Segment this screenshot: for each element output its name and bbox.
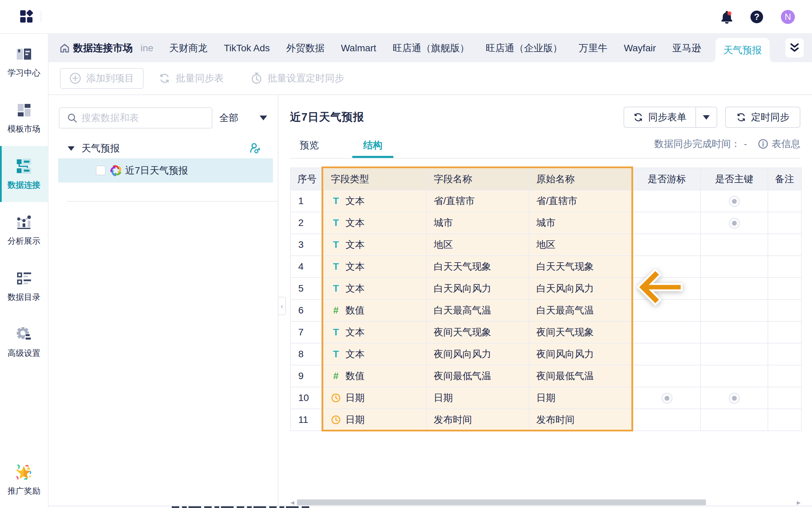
advanced-settings-icon — [15, 326, 32, 343]
nav-tab-天气预报[interactable]: 天气预报 — [716, 38, 770, 62]
column-header-备注: 备注 — [768, 168, 801, 190]
cell-cursor — [633, 299, 700, 321]
cell-field-type: T文本 — [324, 256, 427, 278]
cell-primary-key — [700, 365, 768, 387]
batch-toolbar: 添加到项目 批量同步表 批量设置定时同步 — [49, 62, 812, 95]
cell-cursor — [633, 212, 700, 234]
help-button[interactable]: ? — [750, 11, 763, 23]
cell-field-name: 白天天气现象 — [427, 256, 529, 278]
auth-key-icon[interactable] — [250, 143, 260, 154]
sidebar-item-learning-center[interactable]: 学习中心 — [0, 34, 48, 90]
cursor-radio[interactable] — [662, 393, 672, 404]
scope-select-value: 全部 — [219, 111, 238, 124]
add-to-project-button[interactable]: 添加到项目 — [60, 68, 144, 89]
sidebar-item-analysis-display[interactable]: 分析展示 — [0, 202, 48, 258]
nav-tab-亚马逊[interactable]: 亚马逊 — [664, 42, 709, 55]
sidebar-item-advanced-settings[interactable]: 高级设置 — [0, 314, 48, 370]
pk-radio[interactable] — [729, 393, 740, 404]
tabs-expand-button[interactable] — [785, 38, 804, 57]
cell-cursor — [633, 278, 700, 299]
table-row-11: 11 日期发布时间发布时间 — [290, 409, 801, 431]
date-type-icon — [331, 415, 341, 425]
sidebar-item-label: 分析展示 — [8, 236, 40, 246]
tab-preview[interactable]: 预览 — [290, 133, 328, 158]
info-icon — [758, 139, 768, 149]
cell-field-type: #数值 — [324, 299, 427, 321]
sync-form-split-button: 同步表单 — [624, 107, 717, 128]
cell-no: 3 — [290, 234, 324, 256]
cell-field-type: #数值 — [324, 365, 427, 387]
batch-schedule-label: 批量设置定时同步 — [267, 72, 344, 85]
app-logo-icon[interactable] — [20, 10, 33, 23]
tab-structure-label: 结构 — [363, 139, 382, 152]
sync-form-button[interactable]: 同步表单 — [624, 107, 695, 127]
cell-field-type: 日期 — [324, 409, 427, 431]
caret-down-icon — [703, 115, 710, 120]
text-type-icon: T — [331, 327, 341, 338]
cell-field-name: 白天最高气温 — [427, 299, 529, 321]
table-row-1: 1T文本省/直辖市省/直辖市 — [290, 190, 801, 212]
table-info-link[interactable]: 表信息 — [772, 137, 800, 150]
sidebar-item-data-connection[interactable]: 数据连接 — [0, 146, 48, 202]
sync-form-dropdown[interactable] — [696, 107, 717, 127]
tab-preview-label: 预览 — [300, 139, 319, 152]
cell-primary-key — [700, 190, 768, 212]
nav-tab-万里牛[interactable]: 万里牛 — [571, 42, 616, 55]
cell-field-type: 日期 — [324, 387, 427, 409]
cell-field-name: 发布时间 — [427, 409, 529, 431]
breadcrumb[interactable]: 数据连接市场 — [60, 34, 133, 62]
sidebar-item-data-catalog[interactable]: 数据目录 — [0, 258, 48, 314]
column-header-字段名称: 字段名称 — [427, 168, 529, 190]
column-header-原始名称: 原始名称 — [529, 168, 633, 190]
column-header-序号: 序号 — [290, 168, 324, 190]
dataset-item-selected[interactable]: 近7日天气预报 — [58, 158, 273, 183]
sidebar-item-label: 模板市场 — [8, 123, 40, 134]
add-to-project-label: 添加到项目 — [86, 72, 134, 85]
sidebar-item-promo-reward[interactable]: 推广奖励 — [0, 452, 48, 508]
schedule-sync-button[interactable]: 定时同步 — [725, 107, 800, 128]
nav-tab-旺店通（旗舰版）[interactable]: 旺店通（旗舰版） — [384, 42, 477, 55]
sidebar-item-template-market[interactable]: 模板市场 — [0, 90, 48, 146]
cell-primary-key — [700, 409, 768, 431]
cell-field-name: 省/直辖市 — [427, 190, 529, 212]
help-icon: ? — [754, 12, 760, 22]
tree-root-node[interactable]: 天气预报 — [68, 142, 270, 155]
cell-no: 2 — [290, 212, 324, 234]
cell-field-type: T文本 — [324, 234, 427, 256]
tree-divider — [67, 201, 278, 202]
batch-schedule-button[interactable]: 批量设置定时同步 — [251, 72, 344, 85]
user-avatar[interactable]: N — [781, 10, 795, 24]
dataset-item-label: 近7日天气预报 — [125, 164, 188, 177]
batch-sync-label: 批量同步表 — [176, 72, 224, 85]
pk-radio[interactable] — [729, 218, 740, 229]
nav-tab-外贸数据[interactable]: 外贸数据 — [278, 42, 333, 55]
table-row-8: 8T文本夜间风向风力夜间风向风力 — [290, 343, 801, 365]
cell-no: 5 — [290, 278, 324, 299]
nav-tab-旺店通（企业版）[interactable]: 旺店通（企业版） — [477, 42, 571, 55]
detail-tabs: 预览 结构 数据同步完成时间： - 表信息 — [290, 133, 800, 159]
text-type-icon: T — [331, 239, 341, 250]
scope-select[interactable]: 全部 — [219, 111, 267, 124]
cell-origin-name: 夜间最低气温 — [529, 365, 633, 387]
pk-radio[interactable] — [729, 196, 740, 207]
connector-tabstrip: 数据连接市场 ine天财商龙TikTok Ads外贸数据Walmart旺店通（旗… — [49, 34, 812, 62]
cell-cursor — [633, 365, 700, 387]
nav-tab-天财商龙[interactable]: 天财商龙 — [161, 42, 215, 55]
cell-remark — [768, 234, 801, 256]
batch-sync-button[interactable]: 批量同步表 — [159, 72, 224, 85]
nav-tab-Walmart[interactable]: Walmart — [333, 43, 384, 54]
nav-tab-Wayfair[interactable]: Wayfair — [616, 43, 664, 54]
cell-no: 6 — [290, 299, 324, 321]
dataset-checkbox[interactable] — [96, 165, 106, 175]
tree-collapse-icon[interactable] — [68, 146, 75, 151]
search-input[interactable]: 搜索数据和表 — [59, 107, 212, 129]
circle-plus-icon — [69, 72, 81, 84]
scrollbar-thumb[interactable] — [297, 499, 706, 505]
notification-bell-button[interactable] — [721, 11, 733, 24]
app-root: ? N 学习中心 模板市场 数据连接 — [0, 0, 812, 508]
panel-collapse-handle[interactable]: ‹ — [278, 297, 286, 315]
tab-structure[interactable]: 结构 — [352, 133, 393, 158]
nav-tab-ine[interactable]: ine — [141, 43, 161, 54]
nav-tab-TikTok Ads[interactable]: TikTok Ads — [215, 43, 278, 54]
cell-remark — [768, 190, 801, 212]
